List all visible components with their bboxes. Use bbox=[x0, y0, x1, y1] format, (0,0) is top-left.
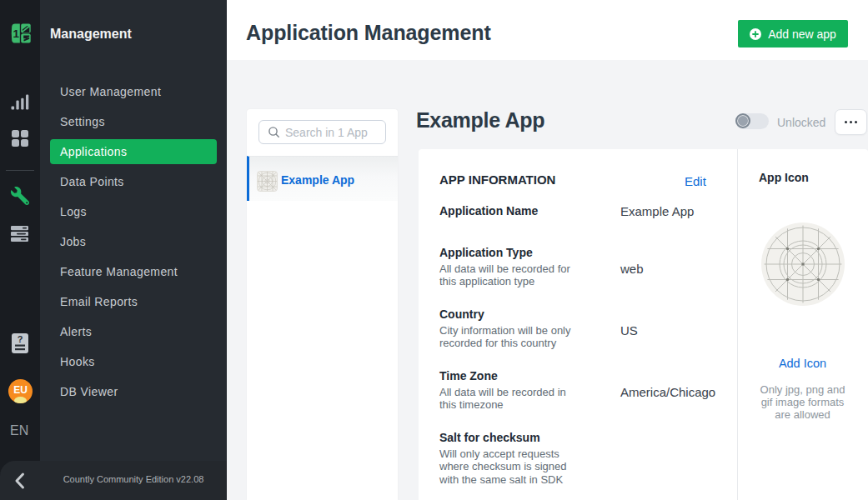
svg-text:1: 1 bbox=[13, 28, 19, 40]
svg-text:?: ? bbox=[18, 334, 23, 344]
